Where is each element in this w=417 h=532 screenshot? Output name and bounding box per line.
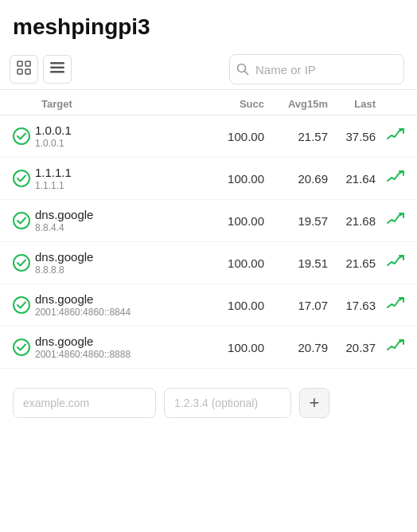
row-target: dns.google 2001:4860:4860::8844 [35, 292, 201, 318]
row-status [13, 127, 35, 145]
svg-line-8 [245, 72, 248, 75]
row-succ: 100.00 [201, 172, 264, 186]
row-last: 37.56 [328, 130, 376, 143]
row-avg15m: 20.69 [264, 172, 328, 186]
row-avg15m: 19.57 [264, 214, 328, 228]
svg-rect-6 [50, 71, 64, 73]
column-avg15m: Avg15m [264, 98, 328, 110]
row-last: 21.68 [328, 214, 376, 228]
status-ok-icon [13, 254, 30, 272]
add-row-form: + [0, 375, 417, 431]
row-succ: 100.00 [201, 299, 264, 312]
column-target: Target [13, 98, 201, 110]
search-icon [230, 63, 255, 76]
row-last: 21.64 [328, 172, 376, 186]
row-chart-button[interactable] [376, 127, 404, 146]
row-target: dns.google 2001:4860:4860::8888 [35, 334, 201, 360]
row-avg15m: 17.07 [264, 299, 328, 312]
table-body: 1.0.0.1 1.0.0.1 100.00 21.57 37.56 [0, 115, 417, 369]
toolbar [0, 49, 417, 90]
list-view-button[interactable] [43, 55, 72, 84]
svg-rect-3 [25, 69, 30, 74]
grid-view-button[interactable] [10, 55, 38, 84]
row-chart-button[interactable] [376, 170, 404, 188]
svg-rect-5 [50, 67, 64, 69]
row-chart-button[interactable] [376, 254, 404, 272]
page-title: meshpingpi3 [0, 0, 417, 49]
row-succ: 100.00 [201, 256, 264, 270]
table-row[interactable]: dns.google 2001:4860:4860::8844 100.00 1… [0, 284, 417, 327]
svg-rect-0 [18, 61, 22, 66]
target-name: 1.0.0.1 [35, 123, 201, 137]
table-row[interactable]: 1.1.1.1 1.1.1.1 100.00 20.69 21.64 [0, 158, 417, 200]
svg-rect-1 [25, 61, 30, 66]
row-avg15m: 19.51 [264, 256, 328, 270]
target-ip: 1.0.0.1 [35, 138, 201, 149]
status-ok-icon [13, 212, 30, 229]
row-last: 21.65 [328, 256, 376, 270]
row-last: 17.63 [328, 299, 376, 312]
row-avg15m: 20.79 [264, 341, 328, 354]
search-input[interactable] [255, 63, 403, 76]
row-target: dns.google 8.8.4.4 [35, 208, 201, 233]
status-ok-icon [13, 170, 30, 187]
row-chart-button[interactable] [376, 212, 404, 230]
row-chart-button[interactable] [376, 338, 404, 357]
row-status [13, 254, 35, 272]
toolbar-left [10, 55, 72, 84]
target-ip: 8.8.8.8 [35, 264, 201, 276]
row-status [13, 338, 35, 356]
row-status [13, 212, 35, 229]
svg-rect-2 [18, 69, 22, 74]
row-last: 20.37 [328, 341, 376, 354]
row-chart-button[interactable] [376, 296, 404, 315]
row-status [13, 296, 35, 314]
grid-icon [17, 61, 31, 79]
status-ok-icon [13, 338, 30, 356]
row-target: dns.google 8.8.8.8 [35, 250, 201, 276]
search-container [229, 54, 404, 84]
row-succ: 100.00 [201, 341, 264, 354]
add-ip-input[interactable] [164, 388, 291, 418]
target-name: dns.google [35, 334, 201, 348]
target-ip: 8.8.4.4 [35, 222, 201, 233]
target-ip: 1.1.1.1 [35, 180, 201, 191]
target-ip: 2001:4860:4860::8844 [35, 307, 201, 318]
table-row[interactable]: dns.google 2001:4860:4860::8888 100.00 2… [0, 327, 417, 369]
status-ok-icon [13, 127, 30, 145]
column-last: Last [328, 98, 376, 110]
row-target: 1.1.1.1 1.1.1.1 [35, 166, 201, 191]
row-avg15m: 21.57 [264, 130, 328, 143]
target-ip: 2001:4860:4860::8888 [35, 349, 201, 360]
svg-rect-4 [50, 62, 64, 65]
table-row[interactable]: 1.0.0.1 1.0.0.1 100.00 21.57 37.56 [0, 115, 417, 158]
row-status [13, 170, 35, 187]
table-row[interactable]: dns.google 8.8.8.8 100.00 19.51 21.65 [0, 242, 417, 284]
column-succ: Succ [201, 98, 264, 110]
row-succ: 100.00 [201, 130, 264, 143]
add-name-input[interactable] [13, 388, 156, 418]
target-name: dns.google [35, 250, 201, 264]
target-name: 1.1.1.1 [35, 166, 201, 179]
row-succ: 100.00 [201, 214, 264, 228]
table-header: Target Succ Avg15m Last [0, 93, 417, 115]
status-ok-icon [13, 296, 30, 314]
table-row[interactable]: dns.google 8.8.4.4 100.00 19.57 21.68 [0, 200, 417, 242]
target-name: dns.google [35, 292, 201, 306]
row-target: 1.0.0.1 1.0.0.1 [35, 123, 201, 149]
add-button[interactable]: + [299, 388, 329, 418]
list-icon [50, 61, 64, 77]
target-name: dns.google [35, 208, 201, 221]
